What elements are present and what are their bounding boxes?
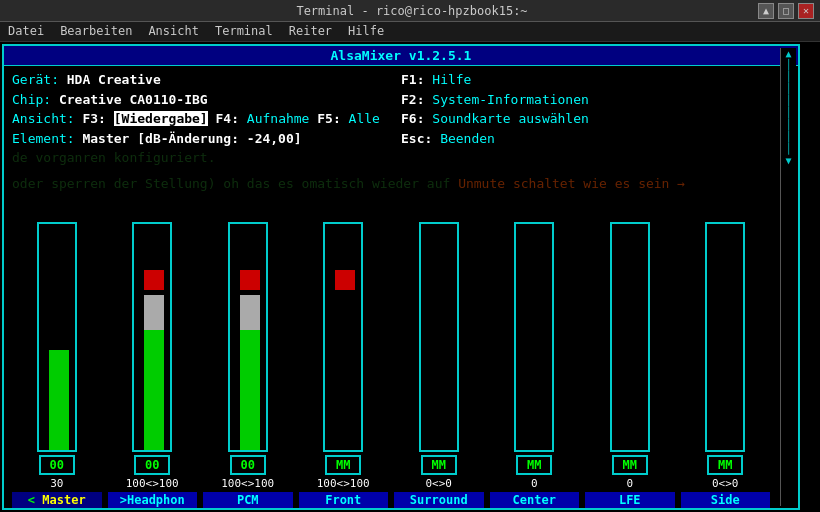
center-value: MM <box>516 455 552 475</box>
minimize-button[interactable]: ▲ <box>758 3 774 19</box>
front-label[interactable]: Front <box>299 492 389 508</box>
menu-datei[interactable]: Datei <box>8 24 44 39</box>
menu-hilfe[interactable]: Hilfe <box>348 24 384 39</box>
pcm-fill-gray <box>240 295 260 330</box>
center-label[interactable]: Center <box>490 492 580 508</box>
f3-value: [Wiedergabe] <box>114 111 208 126</box>
f3-label: F3: <box>82 111 105 126</box>
maximize-button[interactable]: □ <box>778 3 794 19</box>
lfe-label-text: LFE <box>619 493 641 507</box>
titlebar: Terminal - rico@rico-hpzbook15:~ ▲ □ ✕ <box>0 0 820 22</box>
lfe-value: MM <box>612 455 648 475</box>
scroll-track2: │ <box>785 83 791 95</box>
alsamixer-frame: AlsaMixer v1.2.5.1 Gerät: HDA Creative C… <box>2 44 800 510</box>
f5-value: Alle <box>349 111 380 126</box>
scroll-up-icon[interactable]: ▲ <box>785 48 791 59</box>
f1-key: F1: <box>401 72 424 87</box>
side-value: MM <box>707 455 743 475</box>
menu-bearbeiten[interactable]: Bearbeiten <box>60 24 132 39</box>
channel-lfe: MM 0 LFE <box>585 222 675 508</box>
surround-label-text: Surround <box>410 493 468 507</box>
scroll-track6: │ <box>785 131 791 143</box>
pcm-label-text: PCM <box>237 493 259 507</box>
chip-label: Chip: <box>12 92 59 107</box>
pcm-fader[interactable] <box>228 222 268 452</box>
close-button[interactable]: ✕ <box>798 3 814 19</box>
lfe-fader[interactable] <box>610 222 650 452</box>
terminal-area: AlsaMixer v1.2.5.1 Gerät: HDA Creative C… <box>0 42 820 512</box>
master-value: 00 <box>39 455 75 475</box>
menu-terminal[interactable]: Terminal <box>215 24 273 39</box>
channel-master: 00 30 < Master <box>12 222 102 508</box>
scroll-handle: │ <box>785 59 791 71</box>
pcm-fill-green <box>240 330 260 450</box>
master-label-text: Master <box>42 493 85 507</box>
menu-ansicht[interactable]: Ansicht <box>148 24 199 39</box>
f5-label: F5: <box>317 111 348 126</box>
center-level: 0 <box>531 477 538 490</box>
headphone-label-text: >Headphon <box>120 493 185 507</box>
headphone-level: 100<>100 <box>126 477 179 490</box>
f6-value: Soundkarte auswählen <box>432 111 589 126</box>
mixer-area: 00 30 < Master 00 100<>100 >Headphon <box>4 144 778 508</box>
front-fader[interactable] <box>323 222 363 452</box>
master-fader[interactable] <box>37 222 77 452</box>
channel-headphone: 00 100<>100 >Headphon <box>108 222 198 508</box>
scrollbar[interactable]: ▲ │ │ │ │ │ │ │ │ ▼ <box>780 48 796 506</box>
surround-value: MM <box>421 455 457 475</box>
device-label: Gerät: <box>12 72 67 87</box>
scroll-track4: │ <box>785 107 791 119</box>
headphone-value: 00 <box>134 455 170 475</box>
scroll-track7: │ <box>785 143 791 155</box>
scroll-down-icon[interactable]: ▼ <box>785 155 791 166</box>
front-level: 100<>100 <box>317 477 370 490</box>
pcm-label[interactable]: PCM <box>203 492 293 508</box>
view-label: Ansicht: <box>12 111 82 126</box>
surround-level: 0<>0 <box>426 477 453 490</box>
front-label-text: Front <box>325 493 361 507</box>
f2-value: System-Informationen <box>432 92 589 107</box>
master-fill-green <box>49 350 69 450</box>
scroll-track1: │ <box>785 71 791 83</box>
f6-key: F6: <box>401 111 424 126</box>
front-value: MM <box>325 455 361 475</box>
channel-side: MM 0<>0 Side <box>681 222 771 508</box>
channel-surround: MM 0<>0 Surround <box>394 222 484 508</box>
titlebar-controls[interactable]: ▲ □ ✕ <box>758 3 814 19</box>
f1-value: Hilfe <box>432 72 471 87</box>
side-fader[interactable] <box>705 222 745 452</box>
info-left: Gerät: HDA Creative Chip: Creative CA011… <box>12 70 401 148</box>
pcm-value: 00 <box>230 455 266 475</box>
info-right: F1: Hilfe F2: System-Informationen F6: S… <box>401 70 790 148</box>
headphone-fader[interactable] <box>132 222 172 452</box>
lfe-label[interactable]: LFE <box>585 492 675 508</box>
side-label-text: Side <box>711 493 740 507</box>
master-label[interactable]: < Master <box>12 492 102 508</box>
f2-key: F2: <box>401 92 424 107</box>
chip-value: Creative CA0110-IBG <box>59 92 208 107</box>
menubar: Datei Bearbeiten Ansicht Terminal Reiter… <box>0 22 820 42</box>
pcm-level: 100<>100 <box>221 477 274 490</box>
headphone-label[interactable]: >Headphon <box>108 492 198 508</box>
scroll-track5: │ <box>785 119 791 131</box>
master-level: 30 <box>50 477 63 490</box>
headphone-fill-gray <box>144 295 164 330</box>
master-arrow-left: < <box>28 493 42 507</box>
surround-label[interactable]: Surround <box>394 492 484 508</box>
alsamixer-title: AlsaMixer v1.2.5.1 <box>4 46 798 66</box>
front-fill-red <box>335 270 355 290</box>
channel-pcm: 00 100<>100 PCM <box>203 222 293 508</box>
menu-reiter[interactable]: Reiter <box>289 24 332 39</box>
channel-center: MM 0 Center <box>490 222 580 508</box>
f4-label: F4: <box>216 111 247 126</box>
headphone-fill-green <box>144 330 164 450</box>
titlebar-title: Terminal - rico@rico-hpzbook15:~ <box>66 4 758 18</box>
pcm-fill-red <box>240 270 260 290</box>
surround-fader[interactable] <box>419 222 459 452</box>
side-label[interactable]: Side <box>681 492 771 508</box>
center-fader[interactable] <box>514 222 554 452</box>
f4-value: Aufnahme <box>247 111 310 126</box>
lfe-level: 0 <box>626 477 633 490</box>
scroll-track3: │ <box>785 95 791 107</box>
info-area: Gerät: HDA Creative Chip: Creative CA011… <box>4 66 798 152</box>
